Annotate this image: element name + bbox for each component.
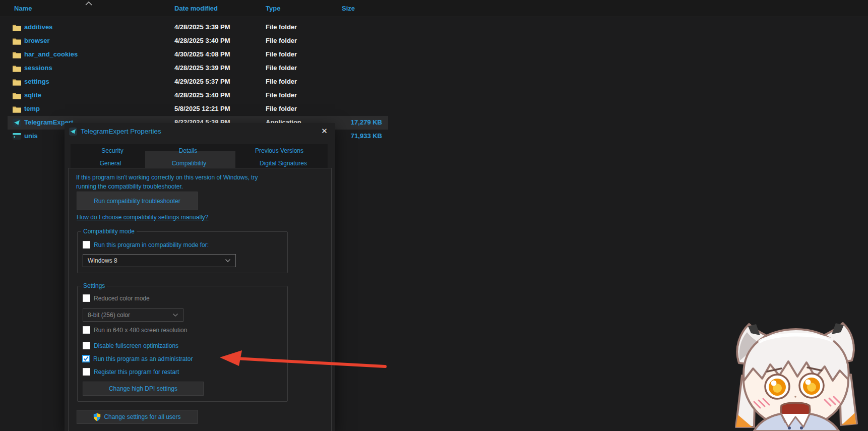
tab-security[interactable]: Security bbox=[101, 147, 123, 154]
folder-icon bbox=[12, 36, 22, 46]
dialog-title: TelegramExpert Properties bbox=[81, 128, 161, 135]
file-type: File folder bbox=[266, 105, 297, 112]
file-type: File folder bbox=[266, 23, 297, 31]
tab-digital-signatures[interactable]: Digital Signatures bbox=[260, 160, 307, 167]
intro-line-2: running the compatibility troubleshooter… bbox=[76, 182, 323, 191]
file-name: unis bbox=[24, 132, 38, 140]
file-type: File folder bbox=[266, 78, 297, 85]
file-name: har_and_cookies bbox=[24, 50, 78, 58]
file-date: 4/30/2025 4:08 PM bbox=[174, 50, 230, 58]
file-row-browser[interactable]: browser 4/28/2025 3:40 PM File folder bbox=[0, 34, 868, 48]
uac-shield-icon bbox=[93, 413, 101, 421]
checkbox-unchecked[interactable] bbox=[83, 294, 90, 302]
tab-strip: Security Details Previous Versions Gener… bbox=[71, 144, 328, 168]
folder-icon bbox=[12, 23, 22, 32]
file-date: 4/28/2025 3:40 PM bbox=[174, 91, 230, 99]
file-row-settings[interactable]: settings 4/29/2025 5:37 PM File folder bbox=[0, 75, 868, 89]
folder-icon bbox=[12, 104, 22, 114]
checkbox-label: Register this program for restart bbox=[94, 368, 179, 376]
tab-general[interactable]: General bbox=[100, 160, 121, 167]
file-row-additives[interactable]: additives 4/28/2025 3:39 PM File folder bbox=[0, 21, 868, 34]
compatibility-mode-checkbox-row[interactable]: Run this program in compatibility mode f… bbox=[83, 241, 209, 249]
disable-fullscreen-optimizations-checkbox-row[interactable]: Disable fullscreen optimizations bbox=[83, 342, 178, 349]
file-date: 4/28/2025 3:40 PM bbox=[174, 37, 230, 44]
folder-icon bbox=[12, 50, 22, 59]
checkbox-label: Run this program as an administrator bbox=[93, 355, 193, 362]
explorer-window: Name Date modified Type Size additives 4… bbox=[0, 0, 868, 431]
column-header-size[interactable]: Size bbox=[342, 5, 355, 12]
tab-details[interactable]: Details bbox=[179, 147, 198, 154]
file-size: 17,279 KB bbox=[332, 118, 382, 126]
file-type: File folder bbox=[266, 37, 297, 44]
file-type: File folder bbox=[266, 91, 297, 99]
checkmark-icon bbox=[83, 356, 89, 361]
telegram-app-icon bbox=[12, 118, 22, 128]
dropdown-value: Windows 8 bbox=[88, 257, 117, 264]
chevron-down-icon bbox=[172, 313, 178, 317]
list-header: Name Date modified Type Size bbox=[0, 0, 868, 17]
checkbox-checked[interactable] bbox=[82, 355, 90, 362]
anime-character-sticker bbox=[725, 310, 868, 431]
file-row-temp[interactable]: temp 5/8/2025 12:21 PM File folder bbox=[0, 102, 868, 116]
chevron-down-icon bbox=[225, 259, 231, 263]
checkbox-unchecked[interactable] bbox=[83, 241, 90, 249]
terminal-file-icon bbox=[12, 132, 22, 141]
reduced-color-mode-checkbox-row[interactable]: Reduced color mode bbox=[83, 294, 150, 302]
folder-icon bbox=[12, 91, 22, 100]
file-name: sqlite bbox=[24, 91, 41, 99]
file-name: settings bbox=[24, 78, 49, 85]
column-header-name[interactable]: Name bbox=[14, 5, 32, 12]
register-for-restart-checkbox-row[interactable]: Register this program for restart bbox=[83, 368, 179, 376]
telegram-app-icon bbox=[69, 127, 78, 136]
dialog-titlebar[interactable]: TelegramExpert Properties ✕ bbox=[65, 123, 335, 140]
intro-text: If this program isn't working correctly … bbox=[76, 173, 323, 191]
folder-icon bbox=[12, 64, 22, 73]
file-date: 4/29/2025 5:37 PM bbox=[174, 78, 230, 85]
checkbox-unchecked[interactable] bbox=[83, 326, 90, 334]
file-date: 5/8/2025 12:21 PM bbox=[174, 105, 230, 112]
group-label: Settings bbox=[81, 282, 107, 289]
checkbox-label: Reduced color mode bbox=[94, 295, 150, 302]
checkbox-unchecked[interactable] bbox=[83, 342, 90, 349]
column-header-date-modified[interactable]: Date modified bbox=[174, 5, 218, 12]
file-row-sessions[interactable]: sessions 4/28/2025 3:39 PM File folder bbox=[0, 61, 868, 75]
compatibility-os-dropdown[interactable]: Windows 8 bbox=[83, 254, 236, 267]
checkbox-unchecked[interactable] bbox=[83, 368, 90, 376]
checkbox-label: Disable fullscreen optimizations bbox=[94, 342, 178, 349]
run-as-administrator-checkbox-row[interactable]: Run this program as an administrator bbox=[82, 355, 193, 362]
file-date: 4/28/2025 3:39 PM bbox=[174, 23, 230, 31]
checkbox-label: Run this program in compatibility mode f… bbox=[94, 241, 209, 249]
file-date: 4/28/2025 3:39 PM bbox=[174, 64, 230, 72]
file-type: File folder bbox=[266, 50, 297, 58]
run-compatibility-troubleshooter-button[interactable]: Run compatibility troubleshooter bbox=[77, 192, 198, 210]
file-type: File folder bbox=[266, 64, 297, 72]
change-settings-for-all-users-button[interactable]: Change settings for all users bbox=[77, 410, 198, 424]
properties-dialog: TelegramExpert Properties ✕ Security Det… bbox=[65, 123, 335, 431]
sort-ascending-icon[interactable] bbox=[85, 2, 93, 6]
dropdown-value: 8-bit (256) color bbox=[88, 312, 130, 319]
folder-icon bbox=[12, 77, 22, 87]
file-name: browser bbox=[24, 37, 50, 44]
color-mode-dropdown[interactable]: 8-bit (256) color bbox=[83, 309, 183, 322]
column-header-type[interactable]: Type bbox=[266, 5, 280, 12]
file-name: additives bbox=[24, 23, 52, 31]
file-row-har-and-cookies[interactable]: har_and_cookies 4/30/2025 4:08 PM File f… bbox=[0, 48, 868, 61]
group-label: Compatibility mode bbox=[81, 228, 137, 235]
file-name: sessions bbox=[24, 64, 52, 72]
close-icon[interactable]: ✕ bbox=[314, 123, 335, 139]
file-size: 71,933 KB bbox=[332, 132, 382, 140]
file-row-sqlite[interactable]: sqlite 4/28/2025 3:40 PM File folder bbox=[0, 89, 868, 102]
checkbox-label: Run in 640 x 480 screen resolution bbox=[94, 327, 187, 334]
compatibility-help-link[interactable]: How do I choose compatibility settings m… bbox=[77, 214, 208, 221]
file-name: temp bbox=[24, 105, 40, 112]
tab-compatibility[interactable]: Compatibility bbox=[172, 160, 207, 167]
tab-previous-versions[interactable]: Previous Versions bbox=[255, 147, 303, 154]
640x480-checkbox-row[interactable]: Run in 640 x 480 screen resolution bbox=[83, 326, 187, 334]
button-label: Change settings for all users bbox=[104, 413, 180, 420]
intro-line-1: If this program isn't working correctly … bbox=[76, 173, 323, 182]
change-high-dpi-settings-button[interactable]: Change high DPI settings bbox=[83, 382, 204, 396]
